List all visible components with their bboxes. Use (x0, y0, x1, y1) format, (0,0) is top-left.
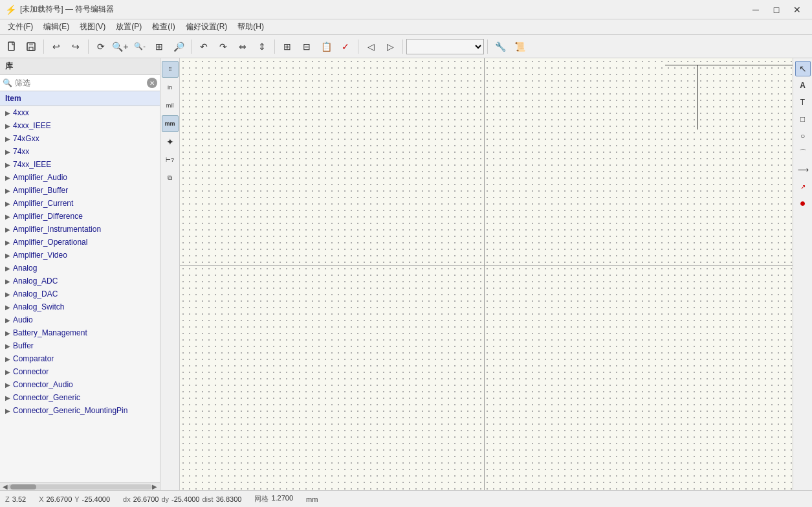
unit-mil-btn[interactable]: mil (162, 97, 179, 114)
list-item[interactable]: ▶Battery_Management (0, 326, 160, 339)
list-item[interactable]: ▶Analog_ADC (0, 275, 160, 287)
tools-button[interactable]: 🔧 (491, 38, 509, 56)
menu-place[interactable]: 放置(P) (111, 20, 147, 34)
list-item-arrow: ▶ (5, 239, 10, 246)
y-value: -25.4000 (82, 495, 110, 503)
list-item-arrow: ▶ (5, 187, 10, 194)
menu-edit[interactable]: 编辑(E) (38, 20, 74, 34)
list-item[interactable]: ▶Connector_Generic_MountingPin (0, 404, 160, 417)
pin-tool-btn[interactable]: ⟵ (795, 162, 811, 177)
list-item[interactable]: ▶Buffer (0, 339, 160, 352)
new-button[interactable] (3, 38, 21, 56)
mirror-v-button[interactable]: ⇕ (253, 38, 271, 56)
search-input[interactable] (15, 78, 147, 87)
unit-mm-btn[interactable]: mm (162, 115, 179, 132)
dist-label: dist (203, 495, 214, 503)
scroll-thumb[interactable] (10, 484, 36, 490)
shape-btn1[interactable]: ◁ (362, 38, 380, 56)
refresh-button[interactable]: ⟳ (92, 38, 110, 56)
list-item[interactable]: ▶74xx_IEEE (0, 158, 160, 171)
menu-inspect[interactable]: 检查(I) (147, 20, 180, 34)
zoom-in-button[interactable]: 🔍+ (111, 38, 129, 56)
list-item-label: 4xxx_IEEE (13, 121, 51, 130)
unit-dropdown[interactable] (406, 39, 484, 54)
search-clear-button[interactable]: ✕ (147, 78, 157, 88)
shape-btn2[interactable]: ▷ (381, 38, 399, 56)
list-item[interactable]: ▶Amplifier_Instrumentation (0, 223, 160, 236)
field-button[interactable]: ⊞ (278, 38, 296, 56)
cursor-tool-btn[interactable]: ↖ (795, 61, 811, 76)
zoom-fit-button[interactable]: ⊞ (150, 38, 168, 56)
symbol-line-v (697, 65, 698, 130)
dx-label: dx (123, 495, 131, 503)
list-item[interactable]: ▶Amplifier_Operational (0, 236, 160, 249)
grid-toggle-btn[interactable]: ⠿ (162, 61, 179, 78)
scroll-left-arrow[interactable]: ◀ (3, 483, 8, 490)
list-item[interactable]: ▶Connector (0, 365, 160, 378)
body-style-btn[interactable]: ⧉ (162, 170, 179, 186)
svg-rect-0 (8, 42, 14, 51)
list-item-label: Connector (13, 367, 49, 376)
list-item-label: Buffer (13, 341, 34, 350)
save-button[interactable] (22, 38, 40, 56)
list-item[interactable]: ▶Analog_DAC (0, 287, 160, 300)
titlebar-controls: ─ □ ✕ (746, 3, 807, 16)
list-item[interactable]: ▶4xxx_IEEE (0, 119, 160, 132)
origin-btn[interactable]: ✦ (162, 133, 179, 150)
list-item[interactable]: ▶Amplifier_Video (0, 249, 160, 262)
table-button[interactable]: ⊟ (298, 38, 316, 56)
unit-label: mm (306, 495, 318, 503)
text-tool-btn[interactable]: A (795, 78, 811, 93)
list-item-arrow: ▶ (5, 394, 10, 401)
list-item-arrow: ▶ (5, 343, 10, 350)
list-item[interactable]: ▶Comparator (0, 352, 160, 365)
rect-tool-btn[interactable]: □ (795, 111, 811, 127)
list-item[interactable]: ▶74xx (0, 145, 160, 158)
unit-in-btn[interactable]: in (162, 79, 179, 96)
script-button[interactable]: 📜 (510, 38, 529, 56)
titlebar-title: [未加载符号] — 符号编辑器 (20, 4, 114, 15)
redo2-button[interactable]: ↷ (214, 38, 232, 56)
list-item[interactable]: ▶Analog (0, 262, 160, 275)
pin-info-btn[interactable]: ⊢? (162, 152, 179, 168)
check-button[interactable]: ✓ (336, 38, 355, 56)
horizontal-scrollbar[interactable]: ◀ ▶ (0, 482, 160, 490)
list-item[interactable]: ▶Amplifier_Audio (0, 171, 160, 184)
close-button[interactable]: ✕ (787, 3, 807, 16)
list-item[interactable]: ▶Analog_Switch (0, 300, 160, 313)
list-item[interactable]: ▶74xGxx (0, 132, 160, 145)
maximize-button[interactable]: □ (767, 3, 786, 16)
list-item[interactable]: ▶Amplifier_Difference (0, 210, 160, 223)
undo-button[interactable]: ↩ (47, 38, 65, 56)
list-item[interactable]: ▶Amplifier_Current (0, 197, 160, 210)
list-item-label: Connector_Generic (13, 393, 80, 402)
menu-view[interactable]: 视图(V) (74, 20, 111, 34)
pin-table-button[interactable]: 📋 (317, 38, 335, 56)
list-item[interactable]: ▶Connector_Audio (0, 378, 160, 391)
text2-tool-btn[interactable]: T (795, 95, 811, 110)
drc-tool-btn[interactable]: ● (795, 196, 811, 211)
list-item[interactable]: ▶4xxx (0, 106, 160, 119)
list-item-label: Battery_Management (13, 328, 87, 337)
list-item[interactable]: ▶Connector_Generic (0, 391, 160, 404)
menu-help[interactable]: 帮助(H) (232, 20, 269, 34)
list-item[interactable]: ▶Amplifier_Buffer (0, 184, 160, 197)
zoom-sel-button[interactable]: 🔎 (170, 38, 188, 56)
status-unit: mm (306, 495, 318, 503)
menu-prefs[interactable]: 偏好设置(R) (181, 20, 233, 34)
canvas-area[interactable] (180, 58, 793, 490)
redo-button[interactable]: ↪ (67, 38, 85, 56)
minimize-button[interactable]: ─ (746, 3, 765, 16)
arc-tool-btn[interactable]: ⌒ (795, 145, 811, 161)
undo2-button[interactable]: ↶ (195, 38, 213, 56)
list-item-arrow: ▶ (5, 291, 10, 298)
list-item-label: Amplifier_Difference (13, 212, 83, 221)
menu-file[interactable]: 文件(F) (3, 20, 38, 34)
circle-tool-btn[interactable]: ○ (795, 128, 811, 144)
zoom-out-button[interactable]: 🔍- (131, 38, 149, 56)
import-tool-btn[interactable]: ↗ (795, 179, 811, 194)
list-item-label: Analog_ADC (13, 276, 58, 286)
mirror-h-button[interactable]: ⇔ (234, 38, 252, 56)
scroll-right-arrow[interactable]: ▶ (152, 483, 157, 490)
list-item[interactable]: ▶Audio (0, 313, 160, 326)
